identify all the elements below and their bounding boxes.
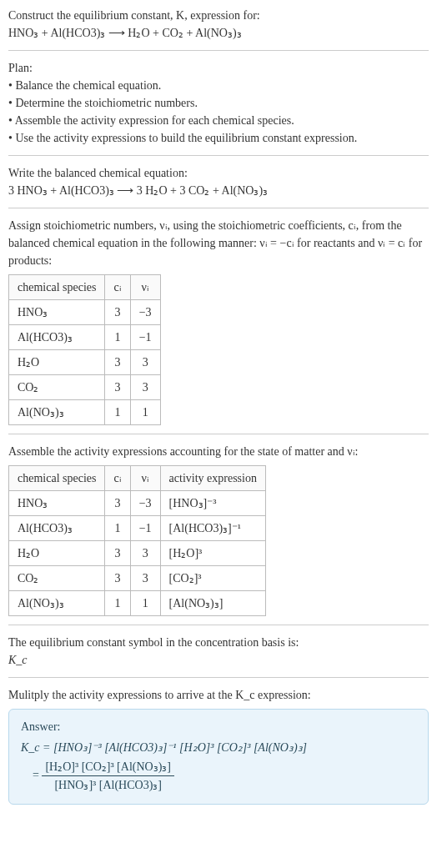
table-row: CO₂ 3 3 [9,375,161,400]
table-row: HNO₃ 3 −3 [HNO₃]⁻³ [9,491,266,516]
plan-item: • Balance the chemical equation. [8,77,429,94]
fraction-numerator: [H₂O]³ [CO₂]³ [Al(NO₃)₃] [42,758,174,776]
col-ci: cᵢ [105,275,130,300]
col-activity: activity expression [160,466,265,491]
reaction-balanced: 3 HNO₃ + Al(HCO3)₃ ⟶ 3 H₂O + 3 CO₂ + Al(… [8,182,429,199]
cell-vi: 1 [130,591,160,616]
activity-text: Assemble the activity expressions accoun… [8,443,429,460]
balanced: Write the balanced chemical equation: 3 … [8,164,429,199]
cell-species: HNO₃ [9,300,105,325]
cell-activity: [Al(HCO3)₃]⁻¹ [160,516,265,541]
assign-text: Assign stoichiometric numbers, νᵢ, using… [8,217,429,269]
plan-item: • Use the activity expressions to build … [8,129,429,147]
answer-line1: K_c = [HNO₃]⁻³ [Al(HCO3)₃]⁻¹ [H₂O]³ [CO₂… [21,739,416,756]
cell-species: Al(NO₃)₃ [9,591,105,616]
cell-activity: [Al(NO₃)₃] [160,591,265,616]
col-vi: νᵢ [130,275,160,300]
cell-species: CO₂ [9,375,105,400]
intro-line1: Construct the equilibrium constant, K, e… [8,7,429,24]
cell-ci: 3 [105,300,130,325]
fraction: [H₂O]³ [CO₂]³ [Al(NO₃)₃] [HNO₃]³ [Al(HCO… [42,758,174,794]
assign: Assign stoichiometric numbers, νᵢ, using… [8,217,429,425]
cell-species: Al(HCO3)₃ [9,325,105,350]
cell-ci: 1 [105,400,130,425]
cell-ci: 3 [105,566,130,591]
cell-species: Al(NO₃)₃ [9,400,105,425]
cell-vi: 1 [130,400,160,425]
col-vi: νᵢ [130,466,160,491]
table-row: Al(HCO3)₃ 1 −1 [9,325,161,350]
cell-ci: 3 [105,491,130,516]
answer-title: Answer: [21,718,416,735]
divider [8,677,429,678]
cell-ci: 3 [105,350,130,375]
table-header-row: chemical species cᵢ νᵢ [9,275,161,300]
table-row: HNO₃ 3 −3 [9,300,161,325]
symbol-text: The equilibrium constant symbol in the c… [8,634,429,651]
cell-ci: 1 [105,516,130,541]
cell-ci: 3 [105,375,130,400]
cell-ci: 1 [105,591,130,616]
cell-vi: −3 [130,300,160,325]
plan: Plan: • Balance the chemical equation. •… [8,59,429,147]
table-row: Al(NO₃)₃ 1 1 [9,400,161,425]
cell-vi: −1 [130,325,160,350]
divider [8,208,429,208]
cell-vi: −3 [130,491,160,516]
cell-vi: 3 [130,350,160,375]
cell-activity: [CO₂]³ [160,566,265,591]
col-species: chemical species [9,466,105,491]
cell-species: Al(HCO3)₃ [9,516,105,541]
plan-item: • Assemble the activity expression for e… [8,112,429,129]
kc-italic: K_c [8,654,28,666]
table-row: H₂O 3 3 [9,350,161,375]
kc-expression: K_c = [HNO₃]⁻³ [Al(HCO3)₃]⁻¹ [H₂O]³ [CO₂… [21,741,307,754]
activity-table: chemical species cᵢ νᵢ activity expressi… [8,465,266,616]
answer-box: Answer: K_c = [HNO₃]⁻³ [Al(HCO3)₃]⁻¹ [H₂… [8,709,429,805]
cell-activity: [HNO₃]⁻³ [160,491,265,516]
divider [8,50,429,51]
fraction-denominator: [HNO₃]³ [Al(HCO3)₃] [42,776,174,794]
cell-species: HNO₃ [9,491,105,516]
multiply: Mulitply the activity expressions to arr… [8,686,429,805]
cell-ci: 3 [105,541,130,566]
table-header-row: chemical species cᵢ νᵢ activity expressi… [9,466,266,491]
intro: Construct the equilibrium constant, K, e… [8,7,429,42]
cell-species: CO₂ [9,566,105,591]
symbol: The equilibrium constant symbol in the c… [8,634,429,669]
table-row: CO₂ 3 3 [CO₂]³ [9,566,266,591]
reaction-unbalanced: HNO₃ + Al(HCO3)₃ ⟶ H₂O + CO₂ + Al(NO₃)₃ [8,24,429,42]
cell-species: H₂O [9,350,105,375]
symbol-kc: K_c [8,651,429,669]
plan-heading: Plan: [8,59,429,77]
multiply-text: Mulitply the activity expressions to arr… [8,686,429,704]
cell-activity: [H₂O]³ [160,541,265,566]
table-row: H₂O 3 3 [H₂O]³ [9,541,266,566]
cell-vi: 3 [130,541,160,566]
cell-species: H₂O [9,541,105,566]
plan-item: • Determine the stoichiometric numbers. [8,94,429,112]
divider [8,625,429,625]
table-row: Al(NO₃)₃ 1 1 [Al(NO₃)₃] [9,591,266,616]
activity: Assemble the activity expressions accoun… [8,443,429,616]
table-row: Al(HCO3)₃ 1 −1 [Al(HCO3)₃]⁻¹ [9,516,266,541]
answer-line2: = [H₂O]³ [CO₂]³ [Al(NO₃)₃] [HNO₃]³ [Al(H… [21,758,416,794]
cell-vi: −1 [130,516,160,541]
equals-sign: = [33,769,39,781]
stoich-table: chemical species cᵢ νᵢ HNO₃ 3 −3 Al(HCO3… [8,274,161,425]
col-species: chemical species [9,275,105,300]
cell-vi: 3 [130,375,160,400]
divider [8,434,429,434]
cell-vi: 3 [130,566,160,591]
cell-ci: 1 [105,325,130,350]
divider [8,155,429,156]
col-ci: cᵢ [105,466,130,491]
balanced-heading: Write the balanced chemical equation: [8,164,429,182]
